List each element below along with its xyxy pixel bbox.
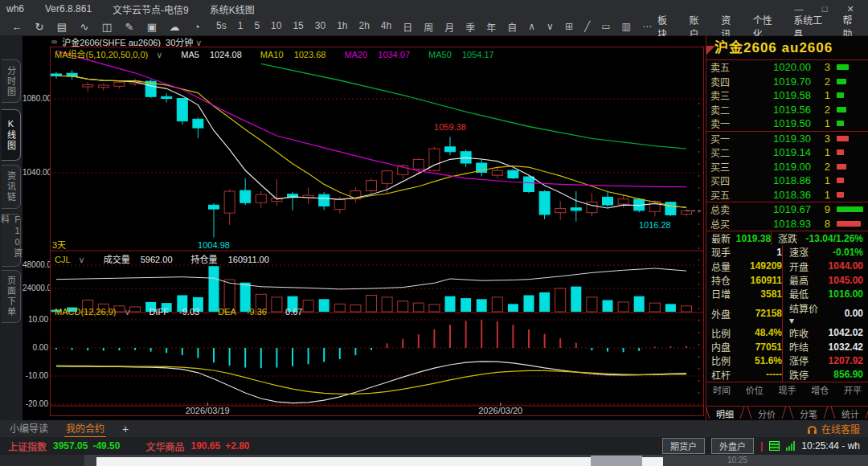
overseas-account-button[interactable]: 外盘户: [711, 438, 754, 454]
period-季[interactable]: 季: [465, 20, 475, 34]
period-4h[interactable]: 4h: [381, 20, 391, 34]
index-name[interactable]: 上证指数: [8, 439, 47, 453]
book-row-卖四[interactable]: 卖四1019.702: [706, 75, 868, 89]
quote-title: 沪金2606 au2606: [706, 36, 868, 60]
status-right: 期货户 外盘户 | 10:25:44 - wh: [662, 438, 860, 454]
book-row-买二[interactable]: 买二1019.141: [706, 145, 868, 160]
period-自[interactable]: 自: [507, 20, 517, 34]
quote-tabs: 明细分价分笔统计: [706, 406, 868, 420]
svg-text:3天: 3天: [52, 240, 66, 250]
more-icon[interactable]: ⋯: [642, 21, 652, 32]
taskbar-button[interactable]: [591, 456, 642, 466]
tape-col-价位: 价位: [746, 383, 764, 396]
quote-panel: 沪金2606 au2606 卖五1020.003卖四1019.702卖三1019…: [706, 36, 868, 420]
volume-header: CJL∨ 成交量 5962.00 持仓量 160911.00: [55, 252, 285, 265]
back-icon[interactable]: ←: [8, 21, 26, 33]
bottom-tab-bar: 小编导读我的合约 + 在线客服: [0, 420, 868, 437]
depth-bar: [837, 164, 846, 170]
futures-account-button[interactable]: 期货户: [662, 438, 705, 454]
period-日[interactable]: 日: [403, 20, 412, 34]
book-row-总买[interactable]: 总买1018.938: [706, 217, 868, 231]
period-5s[interactable]: 5s: [216, 20, 227, 34]
period-15[interactable]: 15: [293, 20, 303, 34]
tape-col-时间: 时间: [713, 383, 731, 396]
book-row-总卖[interactable]: 总卖1019.679: [706, 202, 868, 217]
period-1[interactable]: 1: [238, 20, 244, 34]
quote-tab-明细[interactable]: 明细: [710, 407, 740, 420]
period-月[interactable]: 月: [444, 20, 454, 34]
sidebar-tab-4[interactable]: F10资料: [2, 214, 21, 267]
book-row-卖五[interactable]: 卖五1020.003: [706, 60, 868, 75]
macd-indicator-selector[interactable]: MACD(12,26,9)∨: [55, 307, 138, 317]
kline-chart-svg[interactable]: 2026/03/192026/03/201059.381004.981016.2…: [50, 47, 704, 416]
workspace-tab-小编导读[interactable]: 小编导读: [8, 419, 50, 438]
sidebar-tab-2[interactable]: K线图: [2, 109, 21, 161]
sidebar-tab-3[interactable]: 资讯链: [2, 165, 21, 209]
workspace-tabs: 小编导读我的合约: [8, 419, 121, 438]
period-2h[interactable]: 2h: [359, 20, 370, 34]
index-name[interactable]: 文华商品: [145, 439, 184, 453]
book-row-卖一[interactable]: 卖一1019.501: [706, 117, 868, 131]
period-30[interactable]: 30: [315, 20, 326, 34]
alert-bell-icon[interactable]: ◔: [188, 21, 206, 33]
detail-row: 总量149209开盘1044.00: [706, 260, 868, 273]
detail-row: 现手1速涨-0.01%: [706, 245, 868, 259]
taskbar-clock: 10:25: [727, 456, 747, 464]
kline-icon[interactable]: ◫: [98, 21, 116, 33]
market-data-icon: [769, 441, 780, 451]
refresh-icon[interactable]: ↻: [31, 21, 48, 33]
tape-header: 时间价位现手增仓开平: [706, 382, 868, 396]
svg-text:1004.98: 1004.98: [198, 240, 230, 250]
draw-line-icon[interactable]: ╱: [584, 21, 590, 32]
chart-window-icon[interactable]: ▣: [143, 21, 161, 33]
book-row-卖二[interactable]: 卖二1019.562: [706, 103, 868, 117]
period-buttons: 5s151015301h2h4h日周月季年自: [211, 20, 522, 34]
axis-label: -20.00: [23, 399, 48, 408]
cloud-download-icon[interactable]: ☁: [166, 21, 183, 33]
detail-row: 外盘72158结算价▾0.00: [706, 301, 868, 326]
layout-icon[interactable]: ▥: [622, 21, 631, 32]
quote-tab-统计[interactable]: 统计: [835, 407, 866, 420]
axis-label: 0.00: [23, 343, 48, 352]
background-window-strip: [96, 457, 663, 466]
period-1h[interactable]: 1h: [337, 20, 347, 34]
book-row-卖三[interactable]: 卖三1019.581: [706, 88, 868, 103]
headset-icon: [808, 426, 817, 432]
depth-bar: [837, 206, 863, 212]
depth-bar: [837, 192, 844, 198]
add-tab-button[interactable]: +: [121, 421, 130, 437]
svg-text:2026/03/20: 2026/03/20: [478, 406, 522, 415]
sidebar-tab-5[interactable]: 页面下单: [2, 270, 21, 323]
symbol-row: ∞ 沪金2606(SHFE au2606) 30分钟 ∨: [51, 36, 202, 47]
link-icon[interactable]: ∞: [51, 37, 57, 46]
chart-plot[interactable]: 2026/03/192026/03/201059.381004.981016.2…: [50, 47, 704, 416]
rect-tool-icon[interactable]: ▭: [601, 21, 610, 32]
add-indicator-icon[interactable]: ⊞: [565, 21, 573, 32]
time-trend-icon[interactable]: ∿: [76, 21, 93, 33]
quote-board-icon[interactable]: ▤: [53, 21, 71, 33]
draw-order-icon[interactable]: ✎: [121, 21, 138, 33]
quote-tab-分价[interactable]: 分价: [751, 407, 782, 420]
index-tickers: 上证指数3957.05-49.50文华商品190.65+2.80: [8, 439, 276, 453]
clock: 10:25:44 - wh: [801, 440, 860, 452]
sidebar-tab-1[interactable]: 分时图: [2, 59, 21, 103]
quote-tab-分笔[interactable]: 分笔: [793, 407, 824, 420]
online-service-button[interactable]: 在线客服: [808, 422, 860, 435]
chart-column: ∞ 沪金2606(SHFE au2606) 30分钟 ∨ 1080.001040…: [23, 36, 706, 420]
book-row-买五[interactable]: 买五1018.361: [706, 188, 868, 202]
period-年[interactable]: 年: [486, 20, 496, 34]
zoom-in-icon[interactable]: ∧: [528, 21, 535, 32]
page-title: 系统K线图: [210, 2, 255, 16]
zoom-out-icon[interactable]: ∨: [547, 21, 554, 32]
period-周[interactable]: 周: [424, 20, 433, 34]
book-row-买一[interactable]: 买一1019.303: [706, 131, 868, 146]
workspace-tab-我的合约[interactable]: 我的合约: [64, 419, 106, 438]
book-row-买三[interactable]: 买三1019.002: [706, 160, 868, 174]
period-5[interactable]: 5: [254, 20, 260, 34]
tape-col-开平: 开平: [844, 383, 862, 396]
period-10[interactable]: 10: [271, 20, 281, 34]
detail-row: 比例51.6%涨停1207.92: [706, 354, 868, 367]
volume-indicator-selector[interactable]: CJL∨: [55, 255, 93, 264]
book-row-买四[interactable]: 买四1018.861: [706, 174, 868, 188]
ma-combo-selector[interactable]: MA组合(5,10,20,50,0,0)∨: [55, 50, 170, 59]
